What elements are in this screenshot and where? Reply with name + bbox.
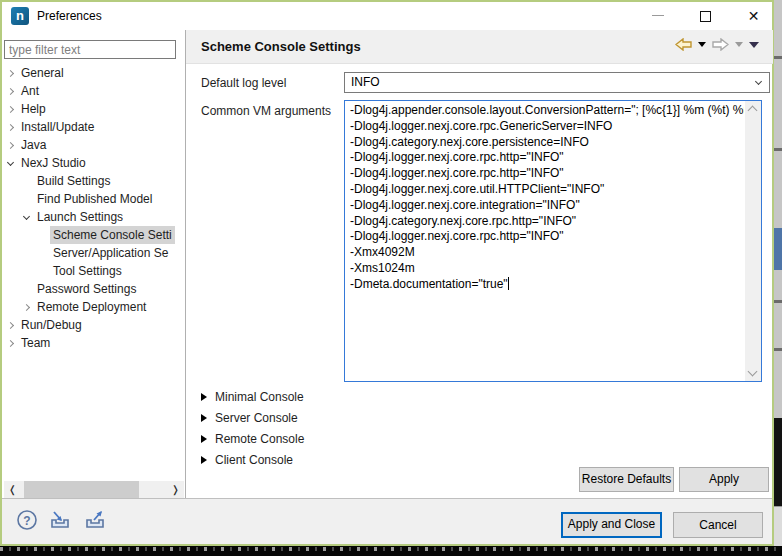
tree-horizontal-scrollbar[interactable]: ❬ ❭ bbox=[4, 481, 184, 498]
log-level-select[interactable]: INFO bbox=[344, 72, 770, 93]
page-title: Scheme Console Settings bbox=[201, 39, 361, 54]
background-taskbar-sliver bbox=[0, 546, 782, 556]
screenshot-stage: n Preferences ✕ General Ant Help Install… bbox=[0, 0, 782, 556]
sliver-dash bbox=[774, 300, 782, 303]
sliver-gray-block bbox=[774, 506, 782, 546]
tree-item-launch-settings[interactable]: Launch Settings bbox=[2, 208, 185, 226]
section-server-console[interactable]: Server Console bbox=[201, 407, 304, 428]
text-caret bbox=[508, 277, 509, 290]
tree-item-password-settings[interactable]: Password Settings bbox=[2, 280, 185, 298]
chevron-right-icon[interactable] bbox=[6, 105, 13, 112]
apply-button[interactable]: Apply bbox=[679, 467, 769, 492]
preferences-tree: General Ant Help Install/Update Java Nex… bbox=[2, 64, 185, 370]
tree-item-remote-deployment[interactable]: Remote Deployment bbox=[2, 298, 185, 316]
restore-defaults-button[interactable]: Restore Defaults bbox=[579, 467, 674, 492]
textarea-vertical-scrollbar[interactable] bbox=[745, 101, 761, 381]
apply-and-close-button[interactable]: Apply and Close bbox=[561, 512, 662, 538]
section-client-console[interactable]: Client Console bbox=[201, 449, 304, 470]
settings-panel: Scheme Console Settings Default log leve… bbox=[185, 30, 772, 498]
preferences-dialog: n Preferences ✕ General Ant Help Install… bbox=[0, 0, 774, 546]
import-preferences-icon[interactable] bbox=[49, 510, 73, 530]
background-window-sliver bbox=[774, 0, 782, 546]
tree-item-team[interactable]: Team bbox=[2, 334, 185, 352]
chevron-down-icon bbox=[755, 78, 762, 85]
console-sections: Minimal Console Server Console Remote Co… bbox=[201, 386, 304, 470]
dialog-button-bar: ? Apply and Close Cancel bbox=[2, 498, 772, 544]
sliver-dash bbox=[774, 348, 782, 351]
export-preferences-icon[interactable] bbox=[84, 510, 108, 530]
sliver-blue-block bbox=[774, 228, 782, 270]
scroll-right-icon[interactable]: ❭ bbox=[167, 481, 184, 498]
tree-item-ant[interactable]: Ant bbox=[2, 82, 185, 100]
section-remote-console[interactable]: Remote Console bbox=[201, 428, 304, 449]
tree-item-run-debug[interactable]: Run/Debug bbox=[2, 316, 185, 334]
pane-header: Scheme Console Settings bbox=[186, 30, 773, 64]
section-minimal-console[interactable]: Minimal Console bbox=[201, 386, 304, 407]
minimize-icon bbox=[652, 15, 664, 16]
tree-item-build-settings[interactable]: Build Settings bbox=[2, 172, 185, 190]
scrollbar-thumb[interactable] bbox=[24, 481, 139, 498]
sliver-dash bbox=[774, 148, 782, 151]
tree-item-scheme-console-settings[interactable]: Scheme Console Setti bbox=[2, 226, 185, 244]
sliver-black-block bbox=[774, 418, 782, 506]
triangle-right-icon bbox=[201, 435, 207, 443]
chevron-right-icon[interactable] bbox=[22, 303, 29, 310]
vm-arguments-textarea[interactable]: -Dlog4j.appender.console.layout.Conversi… bbox=[344, 100, 762, 382]
chevron-right-icon[interactable] bbox=[6, 321, 13, 328]
tree-item-help[interactable]: Help bbox=[2, 100, 185, 118]
chevron-right-icon[interactable] bbox=[6, 339, 13, 346]
footer-icons: ? bbox=[16, 509, 108, 531]
vm-arguments-label: Common VM arguments bbox=[201, 104, 331, 118]
chevron-right-icon[interactable] bbox=[6, 87, 13, 94]
forward-arrow-icon bbox=[712, 38, 729, 51]
scroll-up-icon[interactable] bbox=[748, 106, 758, 116]
preferences-nav-panel: General Ant Help Install/Update Java Nex… bbox=[2, 30, 185, 498]
nexj-logo-icon: n bbox=[11, 7, 29, 25]
window-title: Preferences bbox=[37, 9, 102, 23]
close-button[interactable]: ✕ bbox=[731, 2, 776, 30]
tree-item-server-application-settings[interactable]: Server/Application Se bbox=[2, 244, 185, 262]
sliver-dash bbox=[774, 56, 782, 59]
cancel-button[interactable]: Cancel bbox=[673, 512, 763, 538]
log-level-label: Default log level bbox=[201, 76, 286, 90]
triangle-right-icon bbox=[201, 456, 207, 464]
tree-item-nexj-studio[interactable]: NexJ Studio bbox=[2, 154, 185, 172]
filter-input[interactable] bbox=[4, 40, 176, 59]
chevron-down-icon[interactable] bbox=[22, 212, 29, 219]
help-icon[interactable]: ? bbox=[16, 509, 38, 531]
title-bar: n Preferences ✕ bbox=[2, 2, 772, 30]
chevron-right-icon[interactable] bbox=[6, 69, 13, 76]
vm-arguments-text: -Dlog4j.appender.console.layout.Conversi… bbox=[345, 101, 744, 381]
triangle-right-icon bbox=[201, 414, 207, 422]
maximize-icon bbox=[700, 11, 711, 22]
chevron-down-icon[interactable] bbox=[6, 158, 13, 165]
chevron-right-icon[interactable] bbox=[6, 141, 13, 148]
scroll-left-icon[interactable]: ❬ bbox=[4, 481, 21, 498]
tree-item-tool-settings[interactable]: Tool Settings bbox=[2, 262, 185, 280]
log-level-value: INFO bbox=[351, 75, 380, 89]
scroll-down-icon[interactable] bbox=[748, 367, 758, 377]
tree-item-install-update[interactable]: Install/Update bbox=[2, 118, 185, 136]
back-arrow-icon[interactable] bbox=[675, 38, 692, 51]
history-nav bbox=[675, 38, 759, 51]
triangle-right-icon bbox=[201, 393, 207, 401]
svg-text:?: ? bbox=[23, 514, 30, 528]
chevron-right-icon[interactable] bbox=[6, 123, 13, 130]
minimize-button[interactable] bbox=[635, 2, 680, 30]
back-history-dropdown-icon[interactable] bbox=[698, 42, 706, 47]
maximize-button[interactable] bbox=[683, 2, 728, 30]
tree-item-find-published-model[interactable]: Find Published Model bbox=[2, 190, 185, 208]
view-menu-icon[interactable] bbox=[749, 42, 759, 48]
forward-history-dropdown-icon bbox=[735, 42, 743, 47]
tree-item-general[interactable]: General bbox=[2, 64, 185, 82]
tree-item-java[interactable]: Java bbox=[2, 136, 185, 154]
close-icon: ✕ bbox=[748, 8, 760, 24]
